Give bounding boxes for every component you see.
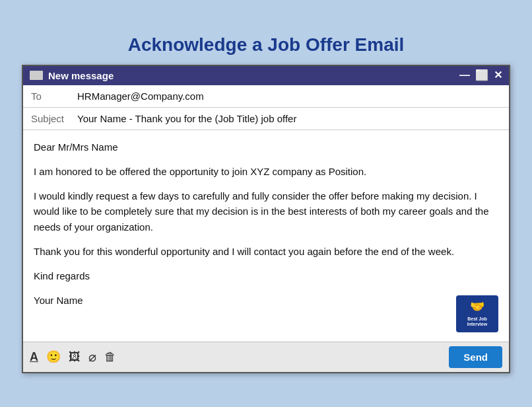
logo-text-line1: Best Job	[467, 316, 487, 322]
title-bar: New message — ⬜ ✕	[23, 66, 509, 85]
toolbar-left: A 🙂 🖼 ⌀ 🗑	[30, 349, 116, 365]
image-icon[interactable]: 🖼	[69, 350, 81, 364]
title-bar-controls: — ⬜ ✕	[459, 70, 502, 81]
to-field: To HRManager@Company.com	[23, 85, 509, 108]
logo-badge: 🤝 Best Job Interview	[456, 295, 498, 332]
paragraph1: I am honored to be offered the opportuni…	[34, 164, 498, 179]
attach-icon[interactable]: ⌀	[88, 349, 96, 365]
window-icon	[30, 71, 43, 80]
to-label: To	[31, 91, 77, 102]
minimize-button[interactable]: —	[459, 70, 470, 81]
closing: Kind regards	[34, 268, 498, 283]
emoji-icon[interactable]: 🙂	[46, 350, 61, 364]
paragraph3: Thank you for this wonderful opportunity…	[34, 244, 498, 259]
title-bar-left: New message	[30, 70, 114, 81]
font-icon[interactable]: A	[30, 350, 38, 364]
send-button[interactable]: Send	[449, 346, 502, 368]
close-button[interactable]: ✕	[494, 70, 502, 81]
subject-field: Subject Your Name - Thank you for the (J…	[23, 108, 509, 130]
subject-value[interactable]: Your Name - Thank you for the (Job Title…	[77, 113, 296, 124]
email-window: New message — ⬜ ✕ To HRManager@Company.c…	[22, 65, 510, 373]
toolbar: A 🙂 🖼 ⌀ 🗑 Send	[23, 342, 509, 372]
maximize-button[interactable]: ⬜	[475, 70, 488, 81]
logo-text-line2: Interview	[467, 322, 487, 327]
greeting: Dear Mr/Mrs Name	[34, 139, 498, 155]
to-value[interactable]: HRManager@Company.com	[77, 91, 204, 102]
logo-icon: 🤝	[470, 299, 484, 314]
subject-label: Subject	[31, 113, 77, 124]
delete-icon[interactable]: 🗑	[104, 350, 116, 364]
paragraph2: I would kindly request a few days to car…	[34, 188, 498, 235]
email-body[interactable]: Dear Mr/Mrs Name I am honored to be offe…	[23, 130, 509, 342]
title-bar-label: New message	[48, 70, 114, 81]
page-title: Acknowledge a Job Offer Email	[128, 34, 405, 56]
sender: Your Name	[34, 293, 498, 308]
